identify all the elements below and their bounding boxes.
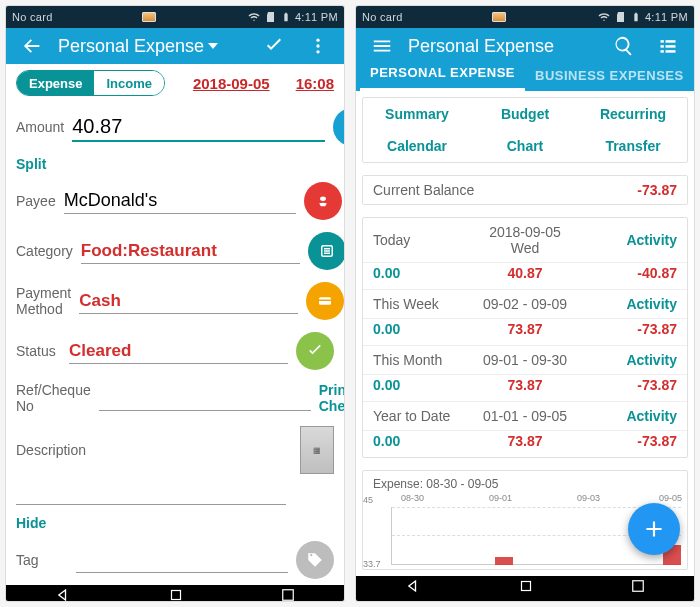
periods-card: Today2018-09-05 WedActivity0.0040.87-40.… — [362, 217, 688, 458]
tag-label: Tag — [16, 552, 68, 568]
sub-tabs-card: Summary Budget Recurring Calendar Chart … — [362, 97, 688, 163]
svg-rect-24 — [666, 50, 676, 52]
sd-alert-icon — [265, 10, 277, 24]
svg-rect-20 — [666, 40, 676, 43]
svg-point-0 — [316, 39, 319, 42]
period-income: 0.00 — [373, 377, 474, 393]
calculator-button[interactable] — [333, 108, 344, 146]
payee-picker-button[interactable] — [304, 182, 342, 220]
subtab-transfer[interactable]: Transfer — [579, 130, 687, 162]
system-navbar — [6, 585, 344, 601]
appbar-title: Personal Expense — [408, 36, 598, 57]
battery-icon — [281, 10, 291, 24]
appbar-title: Personal Expense — [58, 36, 204, 57]
search-button[interactable] — [606, 28, 642, 64]
svg-rect-21 — [661, 45, 664, 48]
balance-value: -73.87 — [525, 182, 677, 198]
add-transaction-fab[interactable] — [628, 503, 680, 555]
print-cheque-link[interactable]: Print Cheque — [319, 382, 344, 414]
description-input[interactable] — [16, 480, 286, 505]
clock-time: 4:11 PM — [295, 11, 338, 23]
period-net: -73.87 — [576, 321, 677, 337]
time-picker[interactable]: 16:08 — [296, 75, 334, 92]
period-expense: 40.87 — [474, 265, 575, 281]
hide-link[interactable]: Hide — [6, 511, 344, 535]
overflow-menu-button[interactable] — [300, 28, 336, 64]
phone-right-overview: No card 4:11 PM Personal Expense PERSONA… — [356, 6, 694, 601]
nav-back[interactable] — [403, 576, 423, 600]
activity-link[interactable]: Activity — [576, 352, 677, 368]
period-range: 01-01 - 09-05 — [474, 408, 575, 424]
category-picker-button[interactable] — [308, 232, 344, 270]
svg-rect-23 — [661, 50, 664, 52]
list-settings-button[interactable] — [650, 28, 686, 64]
ref-label: Ref/Cheque No — [16, 382, 91, 414]
nav-home[interactable] — [167, 586, 185, 601]
payment-method-input[interactable] — [79, 289, 298, 314]
wifi-icon — [597, 11, 611, 23]
activity-link[interactable]: Activity — [576, 408, 677, 424]
status-label: Status — [16, 343, 61, 359]
no-card-label: No card — [362, 11, 403, 23]
nav-recent[interactable] — [279, 586, 297, 601]
period-range: 2018-09-05 Wed — [474, 224, 575, 256]
subtab-chart[interactable]: Chart — [471, 130, 579, 162]
back-button[interactable] — [14, 28, 50, 64]
payee-label: Payee — [16, 193, 56, 209]
tag-input[interactable] — [76, 548, 288, 573]
subtab-summary[interactable]: Summary — [363, 98, 471, 130]
system-navbar — [356, 576, 694, 601]
tab-business-expenses[interactable]: BUSINESS EXPENSES — [525, 68, 694, 91]
period-title: This Week — [373, 296, 474, 312]
balance-card: Current Balance -73.87 — [362, 175, 688, 205]
period-income: 0.00 — [373, 265, 474, 281]
ref-input[interactable] — [99, 386, 311, 411]
nav-recent[interactable] — [629, 577, 647, 599]
menu-button[interactable] — [364, 28, 400, 64]
period-net: -73.87 — [576, 377, 677, 393]
svg-point-1 — [316, 44, 319, 47]
account-dropdown[interactable]: Personal Expense — [58, 36, 248, 57]
tab-personal-expense[interactable]: PERSONAL EXPENSE — [360, 65, 525, 91]
nav-back[interactable] — [53, 585, 73, 601]
nav-home[interactable] — [517, 577, 535, 599]
category-label: Category — [16, 243, 73, 259]
payee-input[interactable] — [64, 188, 296, 214]
split-link[interactable]: Split — [6, 152, 344, 176]
period-title: Today — [373, 232, 474, 248]
period-net: -73.87 — [576, 433, 677, 449]
period-title: This Month — [373, 352, 474, 368]
statusbar: No card 4:11 PM — [6, 6, 344, 28]
receipt-thumbnail[interactable]: ▦ — [300, 426, 334, 474]
appbar-edit: Personal Expense — [6, 28, 344, 64]
payment-method-picker-button[interactable] — [306, 282, 344, 320]
transaction-type-toggle[interactable]: Expense Income — [16, 70, 165, 96]
bar-09-01 — [495, 557, 513, 565]
chevron-down-icon — [208, 43, 218, 49]
subtab-budget[interactable]: Budget — [471, 98, 579, 130]
period-expense: 73.87 — [474, 377, 575, 393]
subtab-calendar[interactable]: Calendar — [363, 130, 471, 162]
battery-icon — [631, 10, 641, 24]
phone-left-edit-expense: No card 4:11 PM Personal Expense Expense… — [6, 6, 344, 601]
sim-card-icon — [142, 12, 156, 22]
status-picker-button[interactable] — [296, 332, 334, 370]
tag-picker-button[interactable] — [296, 541, 334, 579]
subtab-recurring[interactable]: Recurring — [579, 98, 687, 130]
svg-rect-22 — [666, 45, 676, 48]
category-input[interactable] — [81, 239, 300, 264]
activity-link[interactable]: Activity — [576, 232, 677, 248]
status-input[interactable] — [69, 339, 288, 364]
x-tick-0901: 09-01 — [489, 493, 512, 503]
amount-input[interactable] — [72, 113, 325, 142]
save-button[interactable] — [256, 28, 292, 64]
period-income: 0.00 — [373, 321, 474, 337]
toggle-expense[interactable]: Expense — [17, 71, 94, 95]
date-picker[interactable]: 2018-09-05 — [193, 75, 270, 92]
period-title: Year to Date — [373, 408, 474, 424]
description-label: Description — [16, 442, 96, 458]
payment-method-label: Payment Method — [16, 285, 71, 317]
y-tick-bottom: 33.7 — [363, 559, 381, 569]
toggle-income[interactable]: Income — [94, 71, 164, 95]
activity-link[interactable]: Activity — [576, 296, 677, 312]
